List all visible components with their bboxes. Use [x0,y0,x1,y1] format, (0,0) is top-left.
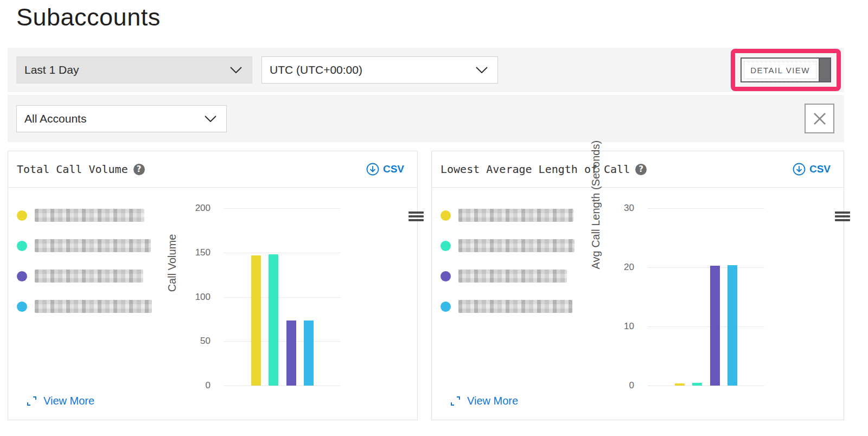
legend-item[interactable] [17,269,174,283]
y-tick-label: 20 [610,262,634,273]
csv-download-link[interactable]: CSV [366,163,404,176]
legend-dot [441,302,451,312]
gridline [224,208,341,209]
plot-area: 050100150200 [224,208,341,386]
y-tick-label: 150 [186,247,210,258]
close-icon [813,112,827,126]
legend-item[interactable] [441,239,598,253]
cards-row: Total Call Volume ? CSV Call Volume 0501… [8,151,844,420]
legend-item[interactable] [17,299,174,313]
redacted-account-name [35,209,144,222]
redacted-account-name [458,270,567,283]
gridline [648,386,764,386]
bar-series-4 [304,320,314,386]
y-tick-label: 50 [186,336,210,347]
bar-series-3 [710,266,720,386]
y-tick-label: 10 [610,321,634,332]
bar-series-1 [675,383,685,386]
expand-icon [450,396,461,406]
y-tick-label: 30 [610,203,634,214]
legend-dot [17,302,27,312]
chart-legend [432,188,598,420]
download-circle-icon [366,163,379,176]
legend-item[interactable] [441,208,598,222]
redacted-account-name [458,300,572,313]
gridline [224,253,341,253]
gridline [224,386,341,386]
view-more-label: View More [467,395,518,407]
csv-label: CSV [383,163,404,175]
view-more-link[interactable]: View More [27,395,94,407]
timezone-select[interactable]: UTC (UTC+00:00) [261,56,498,84]
csv-label: CSV [809,163,831,175]
redacted-account-name [458,239,575,252]
legend-dot [441,271,451,281]
bar-series-2 [692,383,702,386]
gridline [648,326,764,327]
redacted-account-name [458,209,573,222]
y-tick-label: 0 [186,380,210,391]
account-filter-select[interactable]: All Accounts [16,105,227,132]
legend-dot [441,210,451,221]
bar-chart: Avg Call Length (Seconds) 0102030 [598,188,844,420]
card-lowest-avg-call-length: Lowest Average Length of Call ? CSV Avg … [431,151,844,420]
bar-chart: Call Volume 050100150200 [174,188,417,420]
legend-item[interactable] [17,239,174,253]
card-body: Avg Call Length (Seconds) 0102030 View M… [432,188,844,420]
chevron-down-icon [205,116,216,122]
y-tick-label: 100 [186,292,210,303]
y-tick-label: 0 [610,380,634,391]
redacted-account-name [35,239,151,252]
redacted-account-name [35,300,152,313]
card-title: Total Call Volume [17,163,128,176]
bar-series-1 [251,255,261,386]
view-more-label: View More [43,395,94,407]
download-circle-icon [793,163,806,176]
legend-dot [17,271,27,281]
chart-menu-icon[interactable] [409,211,424,221]
y-axis-title: Avg Call Length (Seconds) [590,140,602,269]
chevron-down-icon [230,67,242,73]
help-icon[interactable]: ? [635,164,647,175]
timezone-value: UTC (UTC+00:00) [270,63,362,76]
redacted-account-name [35,270,143,283]
toggle-handle[interactable] [819,59,830,81]
legend-dot [17,210,27,221]
gridline [648,208,764,209]
card-total-call-volume: Total Call Volume ? CSV Call Volume 0501… [8,151,418,420]
filter-bar-accounts: All Accounts [8,95,844,142]
detail-view-label: DETAIL VIEW [742,59,819,81]
card-body: Call Volume 050100150200 View More [8,188,417,420]
y-axis-title: Call Volume [166,234,178,292]
date-range-select[interactable]: Last 1 Day [16,56,252,84]
plot-area: 0102030 [648,208,764,386]
bar-series-3 [286,320,296,386]
detail-view-highlight: DETAIL VIEW [731,49,841,91]
y-tick-label: 200 [186,203,210,214]
legend-item[interactable] [441,299,598,313]
chevron-down-icon [476,67,488,73]
legend-item[interactable] [17,208,174,222]
card-header: Total Call Volume ? CSV [8,151,417,188]
gridline [224,341,341,342]
detail-view-toggle[interactable]: DETAIL VIEW [741,57,831,82]
legend-item[interactable] [441,269,598,283]
help-icon[interactable]: ? [133,164,145,175]
close-filter-button[interactable] [805,104,834,133]
legend-dot [17,241,27,251]
card-header: Lowest Average Length of Call ? CSV [432,151,844,188]
bar-series-4 [727,265,737,386]
gridline [224,297,341,298]
legend-dot [441,241,451,251]
csv-download-link[interactable]: CSV [793,163,831,176]
view-more-link[interactable]: View More [450,395,518,407]
chart-menu-icon[interactable] [835,211,850,221]
bar-series-2 [269,254,278,386]
account-filter-value: All Accounts [24,112,86,125]
chart-legend [8,188,174,420]
gridline [648,267,764,268]
filter-bar-primary: Last 1 Day UTC (UTC+00:00) DETAIL VIEW [8,48,844,92]
expand-icon [27,396,37,406]
page-title: Subaccounts [8,0,844,48]
date-range-value: Last 1 Day [24,63,79,76]
